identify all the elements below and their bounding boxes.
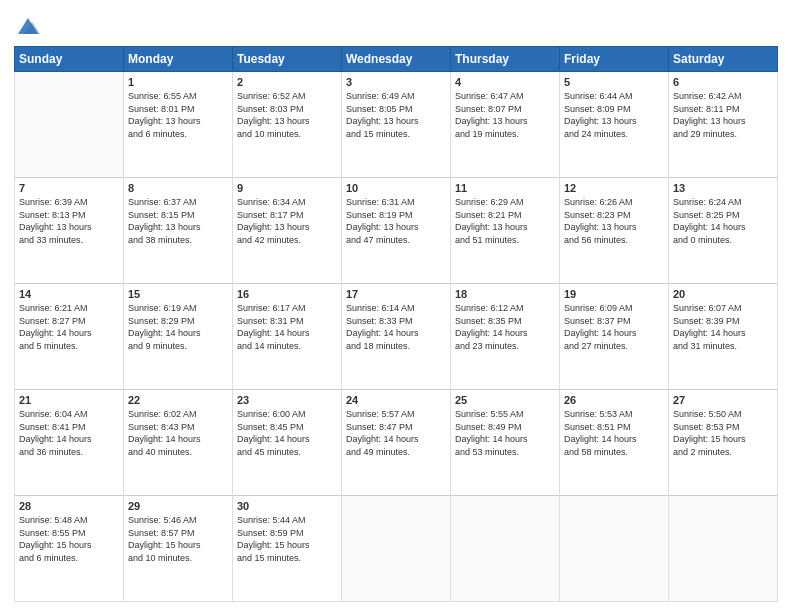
day-info: Sunrise: 6:09 AM Sunset: 8:37 PM Dayligh… [564, 302, 664, 352]
day-info: Sunrise: 5:44 AM Sunset: 8:59 PM Dayligh… [237, 514, 337, 564]
day-number: 11 [455, 182, 555, 194]
day-info: Sunrise: 6:02 AM Sunset: 8:43 PM Dayligh… [128, 408, 228, 458]
week-row-4: 21Sunrise: 6:04 AM Sunset: 8:41 PM Dayli… [15, 390, 778, 496]
day-info: Sunrise: 6:12 AM Sunset: 8:35 PM Dayligh… [455, 302, 555, 352]
day-number: 6 [673, 76, 773, 88]
day-number: 27 [673, 394, 773, 406]
day-number: 16 [237, 288, 337, 300]
day-number: 14 [19, 288, 119, 300]
day-info: Sunrise: 6:52 AM Sunset: 8:03 PM Dayligh… [237, 90, 337, 140]
day-info: Sunrise: 6:42 AM Sunset: 8:11 PM Dayligh… [673, 90, 773, 140]
day-info: Sunrise: 6:29 AM Sunset: 8:21 PM Dayligh… [455, 196, 555, 246]
day-number: 26 [564, 394, 664, 406]
weekday-tuesday: Tuesday [233, 47, 342, 72]
day-number: 25 [455, 394, 555, 406]
day-info: Sunrise: 5:48 AM Sunset: 8:55 PM Dayligh… [19, 514, 119, 564]
day-cell: 24Sunrise: 5:57 AM Sunset: 8:47 PM Dayli… [342, 390, 451, 496]
calendar-table: SundayMondayTuesdayWednesdayThursdayFrid… [14, 46, 778, 602]
day-cell: 18Sunrise: 6:12 AM Sunset: 8:35 PM Dayli… [451, 284, 560, 390]
day-cell [342, 496, 451, 602]
day-info: Sunrise: 6:44 AM Sunset: 8:09 PM Dayligh… [564, 90, 664, 140]
day-info: Sunrise: 6:39 AM Sunset: 8:13 PM Dayligh… [19, 196, 119, 246]
day-cell: 20Sunrise: 6:07 AM Sunset: 8:39 PM Dayli… [669, 284, 778, 390]
day-cell: 11Sunrise: 6:29 AM Sunset: 8:21 PM Dayli… [451, 178, 560, 284]
day-info: Sunrise: 6:26 AM Sunset: 8:23 PM Dayligh… [564, 196, 664, 246]
weekday-saturday: Saturday [669, 47, 778, 72]
day-cell: 7Sunrise: 6:39 AM Sunset: 8:13 PM Daylig… [15, 178, 124, 284]
day-cell: 6Sunrise: 6:42 AM Sunset: 8:11 PM Daylig… [669, 72, 778, 178]
day-number: 13 [673, 182, 773, 194]
day-number: 28 [19, 500, 119, 512]
day-cell: 14Sunrise: 6:21 AM Sunset: 8:27 PM Dayli… [15, 284, 124, 390]
weekday-header-row: SundayMondayTuesdayWednesdayThursdayFrid… [15, 47, 778, 72]
day-cell: 16Sunrise: 6:17 AM Sunset: 8:31 PM Dayli… [233, 284, 342, 390]
day-cell: 15Sunrise: 6:19 AM Sunset: 8:29 PM Dayli… [124, 284, 233, 390]
day-number: 10 [346, 182, 446, 194]
day-info: Sunrise: 6:55 AM Sunset: 8:01 PM Dayligh… [128, 90, 228, 140]
day-cell: 28Sunrise: 5:48 AM Sunset: 8:55 PM Dayli… [15, 496, 124, 602]
day-info: Sunrise: 6:17 AM Sunset: 8:31 PM Dayligh… [237, 302, 337, 352]
weekday-thursday: Thursday [451, 47, 560, 72]
weekday-sunday: Sunday [15, 47, 124, 72]
day-cell: 2Sunrise: 6:52 AM Sunset: 8:03 PM Daylig… [233, 72, 342, 178]
day-cell: 19Sunrise: 6:09 AM Sunset: 8:37 PM Dayli… [560, 284, 669, 390]
day-cell: 13Sunrise: 6:24 AM Sunset: 8:25 PM Dayli… [669, 178, 778, 284]
day-number: 8 [128, 182, 228, 194]
day-cell [560, 496, 669, 602]
day-info: Sunrise: 6:24 AM Sunset: 8:25 PM Dayligh… [673, 196, 773, 246]
day-info: Sunrise: 6:07 AM Sunset: 8:39 PM Dayligh… [673, 302, 773, 352]
day-number: 22 [128, 394, 228, 406]
day-number: 9 [237, 182, 337, 194]
day-cell: 25Sunrise: 5:55 AM Sunset: 8:49 PM Dayli… [451, 390, 560, 496]
day-cell: 1Sunrise: 6:55 AM Sunset: 8:01 PM Daylig… [124, 72, 233, 178]
day-number: 2 [237, 76, 337, 88]
day-number: 23 [237, 394, 337, 406]
day-cell: 30Sunrise: 5:44 AM Sunset: 8:59 PM Dayli… [233, 496, 342, 602]
week-row-5: 28Sunrise: 5:48 AM Sunset: 8:55 PM Dayli… [15, 496, 778, 602]
day-info: Sunrise: 5:46 AM Sunset: 8:57 PM Dayligh… [128, 514, 228, 564]
day-cell: 4Sunrise: 6:47 AM Sunset: 8:07 PM Daylig… [451, 72, 560, 178]
logo-icon [14, 10, 42, 38]
day-number: 24 [346, 394, 446, 406]
weekday-monday: Monday [124, 47, 233, 72]
day-info: Sunrise: 6:47 AM Sunset: 8:07 PM Dayligh… [455, 90, 555, 140]
day-info: Sunrise: 6:31 AM Sunset: 8:19 PM Dayligh… [346, 196, 446, 246]
day-cell: 29Sunrise: 5:46 AM Sunset: 8:57 PM Dayli… [124, 496, 233, 602]
day-cell: 27Sunrise: 5:50 AM Sunset: 8:53 PM Dayli… [669, 390, 778, 496]
day-number: 4 [455, 76, 555, 88]
day-number: 20 [673, 288, 773, 300]
week-row-2: 7Sunrise: 6:39 AM Sunset: 8:13 PM Daylig… [15, 178, 778, 284]
week-row-3: 14Sunrise: 6:21 AM Sunset: 8:27 PM Dayli… [15, 284, 778, 390]
day-number: 19 [564, 288, 664, 300]
day-cell: 5Sunrise: 6:44 AM Sunset: 8:09 PM Daylig… [560, 72, 669, 178]
day-info: Sunrise: 6:14 AM Sunset: 8:33 PM Dayligh… [346, 302, 446, 352]
day-number: 12 [564, 182, 664, 194]
day-info: Sunrise: 6:19 AM Sunset: 8:29 PM Dayligh… [128, 302, 228, 352]
header [14, 10, 778, 38]
day-number: 29 [128, 500, 228, 512]
day-info: Sunrise: 6:34 AM Sunset: 8:17 PM Dayligh… [237, 196, 337, 246]
day-cell: 8Sunrise: 6:37 AM Sunset: 8:15 PM Daylig… [124, 178, 233, 284]
day-cell: 10Sunrise: 6:31 AM Sunset: 8:19 PM Dayli… [342, 178, 451, 284]
day-info: Sunrise: 5:57 AM Sunset: 8:47 PM Dayligh… [346, 408, 446, 458]
weekday-friday: Friday [560, 47, 669, 72]
day-number: 18 [455, 288, 555, 300]
day-info: Sunrise: 6:04 AM Sunset: 8:41 PM Dayligh… [19, 408, 119, 458]
day-info: Sunrise: 6:21 AM Sunset: 8:27 PM Dayligh… [19, 302, 119, 352]
day-cell [15, 72, 124, 178]
day-number: 1 [128, 76, 228, 88]
day-number: 5 [564, 76, 664, 88]
day-number: 30 [237, 500, 337, 512]
day-cell: 12Sunrise: 6:26 AM Sunset: 8:23 PM Dayli… [560, 178, 669, 284]
day-cell: 9Sunrise: 6:34 AM Sunset: 8:17 PM Daylig… [233, 178, 342, 284]
day-number: 3 [346, 76, 446, 88]
day-cell: 22Sunrise: 6:02 AM Sunset: 8:43 PM Dayli… [124, 390, 233, 496]
logo [14, 10, 46, 38]
day-number: 21 [19, 394, 119, 406]
day-number: 7 [19, 182, 119, 194]
week-row-1: 1Sunrise: 6:55 AM Sunset: 8:01 PM Daylig… [15, 72, 778, 178]
day-cell: 26Sunrise: 5:53 AM Sunset: 8:51 PM Dayli… [560, 390, 669, 496]
day-info: Sunrise: 6:00 AM Sunset: 8:45 PM Dayligh… [237, 408, 337, 458]
day-cell: 23Sunrise: 6:00 AM Sunset: 8:45 PM Dayli… [233, 390, 342, 496]
weekday-wednesday: Wednesday [342, 47, 451, 72]
